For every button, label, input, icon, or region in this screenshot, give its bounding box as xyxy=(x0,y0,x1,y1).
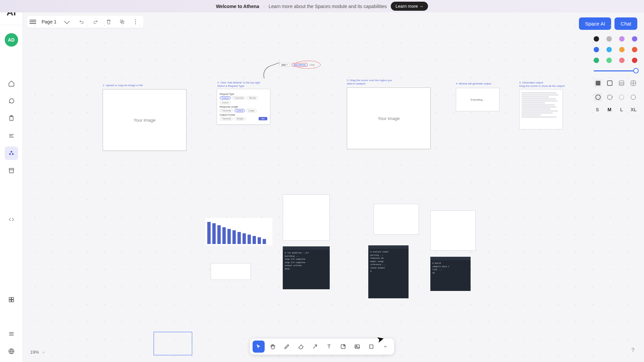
svg-point-12 xyxy=(10,151,12,153)
image-placeholder-2: Your image xyxy=(347,87,431,149)
your-image-text-1: Your image xyxy=(133,118,155,123)
step-2-label-b: Select a Request Type xyxy=(217,84,244,88)
canvas[interactable]: Add + Ask Athena Chat 1. Upload or copy … xyxy=(23,13,644,362)
step-3-label-a: 3. Drag the cursor over the region you xyxy=(347,79,392,82)
rt-rewrite: Rewrite xyxy=(247,96,258,100)
doc-sample-3 xyxy=(430,210,476,251)
collapse-sidebar-icon[interactable] xyxy=(5,213,18,226)
pencil-tool[interactable] xyxy=(281,341,293,353)
terminal-sample-1: $ run pipeline --allbuilding ...step 1/4… xyxy=(283,246,330,289)
output-format-heading: Output Format xyxy=(220,114,267,116)
executing-card: Executing... xyxy=(456,88,499,111)
banner-separator: · xyxy=(263,4,265,9)
svg-rect-17 xyxy=(9,300,11,302)
eraser-tool[interactable] xyxy=(295,341,307,353)
text-tool[interactable] xyxy=(323,341,335,353)
rt-transcribe: Transcribe xyxy=(232,96,246,100)
home-icon[interactable] xyxy=(5,77,18,90)
terminal-sample-2: $ analyze inputparsing ...tokenize okmod… xyxy=(368,245,409,298)
executing-text: Executing... xyxy=(471,98,485,101)
svg-point-11 xyxy=(12,153,13,155)
ask-button: Ask xyxy=(259,117,267,120)
step-2-label-a: 2. Click "Ask Athena" in the top right xyxy=(217,81,260,84)
rl-default: Default xyxy=(234,109,245,112)
hamburger-icon[interactable] xyxy=(5,327,18,341)
bottom-toolbar xyxy=(250,339,394,355)
of-multiple: Multiple xyxy=(234,117,246,120)
step-4-label: 4. Athena will generate output xyxy=(456,82,491,85)
svg-rect-38 xyxy=(370,345,373,349)
grid-icon[interactable] xyxy=(5,293,18,306)
rt-custom: Custom xyxy=(220,101,231,104)
svg-point-10 xyxy=(9,153,11,155)
globe-icon[interactable] xyxy=(5,345,18,358)
zoom-indicator[interactable]: 19% » xyxy=(30,350,45,355)
list-icon[interactable] xyxy=(5,129,18,142)
learn-more-button[interactable]: Learn more → xyxy=(391,2,428,11)
archive-icon[interactable] xyxy=(5,164,18,177)
request-type-heading: Request Type xyxy=(220,93,267,95)
bar-chart-sample xyxy=(205,218,272,245)
your-image-text-2: Your image xyxy=(378,116,399,121)
shape-tool[interactable] xyxy=(365,341,377,353)
step-5-label-b: Drag the corner to show all the output! xyxy=(519,84,565,88)
banner-title: Welcome to Athena xyxy=(216,4,259,9)
zoom-expand-icon[interactable]: » xyxy=(42,350,45,355)
image-tool[interactable] xyxy=(351,341,363,353)
highlight-circle xyxy=(294,61,321,69)
zoom-value: 19% xyxy=(30,350,39,355)
hand-tool[interactable] xyxy=(267,341,279,353)
doc-sample-small xyxy=(211,263,251,280)
doc-sample-2 xyxy=(374,204,419,235)
step-1-label: 1. Upload or copy an image or file xyxy=(103,84,143,87)
left-sidebar: AD xyxy=(0,25,23,362)
svg-rect-18 xyxy=(11,300,13,302)
response-length-heading: Response Length xyxy=(220,106,267,108)
image-placeholder-1: Your image xyxy=(103,89,186,151)
arrow-tool[interactable] xyxy=(309,341,321,353)
rl-transcribe: Transcribe xyxy=(220,109,233,112)
banner-description: Learn more about the Spaces module and i… xyxy=(269,4,387,9)
output-card xyxy=(519,89,563,129)
chat-icon[interactable] xyxy=(5,94,18,108)
curve-arrow xyxy=(261,62,283,79)
terminal-sample-3: $ buildcompile main.clink ...ok xyxy=(430,257,471,291)
svg-rect-15 xyxy=(9,297,11,299)
step-5-label-a: 5. Generated output xyxy=(519,81,543,84)
svg-rect-16 xyxy=(11,297,13,299)
rl-longer: Longer xyxy=(246,109,257,112)
doc-sample-1 xyxy=(283,194,330,241)
note-tool[interactable] xyxy=(337,341,349,353)
select-tool[interactable] xyxy=(253,341,265,353)
svg-rect-14 xyxy=(9,170,13,173)
step-3-label-b: want to analyze xyxy=(347,82,366,85)
avatar[interactable]: AD xyxy=(5,33,18,47)
spaces-icon[interactable] xyxy=(5,146,18,160)
help-button[interactable]: ? xyxy=(629,346,637,355)
of-transcribe: Transcribe xyxy=(220,117,233,120)
welcome-banner: Welcome to Athena · Learn more about the… xyxy=(0,0,644,12)
selection-rectangle[interactable] xyxy=(154,332,192,355)
rt-analyze: Analyze xyxy=(220,96,231,100)
prompt-card: Request Type Analyze Transcribe Rewrite … xyxy=(217,89,270,125)
clipboard-icon[interactable] xyxy=(5,112,18,125)
